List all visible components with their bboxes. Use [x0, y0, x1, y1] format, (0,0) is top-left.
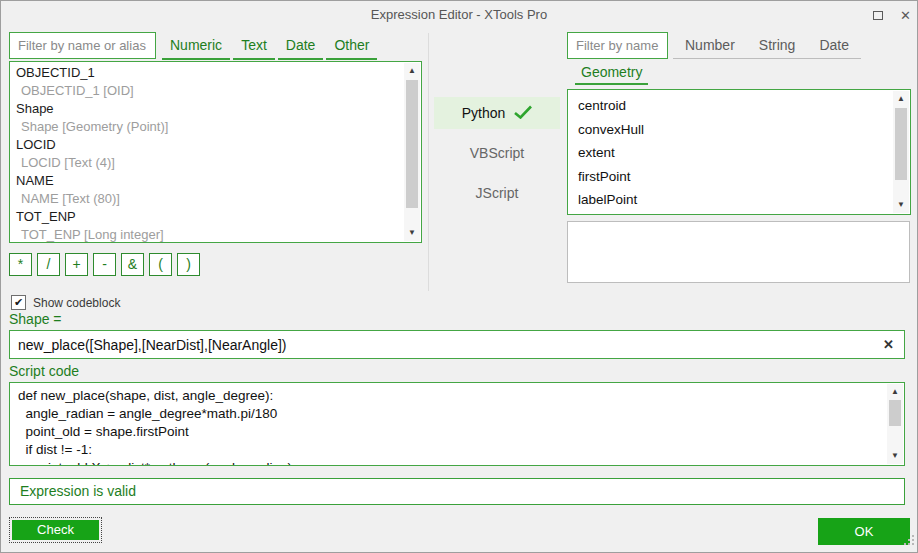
tab-other[interactable]: Other: [326, 37, 377, 60]
window-title: Expression Editor - XTools Pro: [371, 7, 547, 22]
function-item[interactable]: centroid: [578, 94, 890, 118]
function-list-scrollbar[interactable]: ▲ ▼: [893, 91, 909, 213]
function-item[interactable]: convexHull: [578, 118, 890, 142]
operator-multiply-button[interactable]: *: [9, 253, 32, 276]
field-type-tabs: Numeric Text Date Other: [162, 37, 380, 60]
expression-editor-dialog: Expression Editor - XTools Pro ✕ Numeric…: [0, 0, 918, 553]
tab-text[interactable]: Text: [233, 37, 275, 60]
scroll-thumb[interactable]: [889, 400, 901, 426]
field-list-scrollbar[interactable]: ▲ ▼: [404, 63, 420, 241]
field-detail[interactable]: OBJECTID_1 [OID]: [16, 82, 401, 100]
field-item[interactable]: Shape: [16, 100, 401, 118]
function-list: centroid convexHull extent firstPoint la…: [567, 89, 911, 215]
operator-plus-button[interactable]: +: [65, 253, 88, 276]
scroll-up-icon[interactable]: ▲: [887, 385, 903, 399]
code-line: def new_place(shape, dist, angle_degree)…: [18, 387, 884, 405]
field-item[interactable]: LOCID: [16, 136, 401, 154]
scroll-down-icon[interactable]: ▼: [404, 226, 420, 240]
field-detail[interactable]: NAME [Text (80)]: [16, 190, 401, 208]
field-filter-input[interactable]: [9, 32, 156, 59]
field-item[interactable]: NAME: [16, 172, 401, 190]
code-line: point_old.X += dist*math.cos(angle_radia…: [18, 459, 884, 466]
expression-input-box: ✕: [9, 330, 905, 359]
check-button-focus-ring: Check: [9, 517, 102, 543]
function-item[interactable]: lastPoint: [578, 212, 890, 216]
operator-close-paren-button[interactable]: ): [177, 253, 200, 276]
operator-divide-button[interactable]: /: [37, 253, 60, 276]
resize-grip-icon[interactable]: [904, 532, 915, 550]
expression-target-label: Shape =: [9, 311, 62, 327]
close-icon[interactable]: ✕: [900, 9, 911, 22]
scroll-thumb[interactable]: [895, 108, 907, 180]
scroll-down-icon[interactable]: ▼: [893, 198, 909, 212]
function-filter-input[interactable]: [567, 32, 668, 59]
tab-date[interactable]: Date: [278, 37, 324, 60]
expression-input[interactable]: [10, 337, 873, 353]
checkbox-check-icon: ✔: [14, 296, 23, 308]
field-item[interactable]: OBJECTID_1: [16, 64, 401, 82]
function-description-box: [567, 221, 910, 283]
field-item[interactable]: TOT_ENP: [16, 208, 401, 226]
tab-date-right[interactable]: Date: [807, 37, 861, 53]
maximize-icon[interactable]: [873, 11, 883, 20]
language-label: VBScript: [470, 145, 524, 161]
function-item[interactable]: extent: [578, 141, 890, 165]
window-controls: ✕: [873, 1, 911, 29]
scroll-up-icon[interactable]: ▲: [404, 64, 420, 78]
scroll-down-icon[interactable]: ▼: [887, 449, 903, 463]
language-item-jscript[interactable]: JScript: [434, 180, 560, 206]
field-detail[interactable]: LOCID [Text (4)]: [16, 154, 401, 172]
ok-button[interactable]: OK: [818, 518, 910, 545]
code-scrollbar[interactable]: ▲ ▼: [887, 384, 903, 464]
field-detail[interactable]: TOT_ENP [Long integer]: [16, 226, 401, 243]
script-code-label: Script code: [9, 363, 79, 379]
show-codeblock-checkbox[interactable]: ✔: [11, 295, 26, 310]
operator-ampersand-button[interactable]: &: [121, 253, 144, 276]
check-icon: [514, 105, 532, 122]
scroll-thumb[interactable]: [406, 80, 418, 208]
tab-number[interactable]: Number: [673, 37, 747, 53]
operator-minus-button[interactable]: -: [93, 253, 116, 276]
clear-expression-icon[interactable]: ✕: [873, 337, 904, 352]
title-bar[interactable]: Expression Editor - XTools Pro: [1, 1, 917, 29]
script-code-editor[interactable]: def new_place(shape, dist, angle_degree)…: [9, 382, 905, 466]
function-item[interactable]: labelPoint: [578, 188, 890, 212]
scroll-up-icon[interactable]: ▲: [893, 92, 909, 106]
show-codeblock-label: Show codeblock: [33, 296, 120, 310]
tab-numeric[interactable]: Numeric: [162, 37, 230, 60]
field-list: OBJECTID_1 OBJECTID_1 [OID] Shape Shape …: [9, 61, 422, 243]
code-line: angle_radian = angle_degree*math.pi/180: [18, 405, 884, 423]
language-label: Python: [462, 105, 506, 121]
validation-status: Expression is valid: [9, 478, 905, 505]
language-item-python[interactable]: Python: [434, 97, 560, 129]
field-detail[interactable]: Shape [Geometry (Point)]: [16, 118, 401, 136]
operator-buttons: * / + - & ( ): [9, 253, 200, 276]
code-line: point_old = shape.firstPoint: [18, 423, 884, 441]
tab-geometry[interactable]: Geometry: [575, 64, 648, 85]
panel-divider: [428, 33, 429, 291]
tab-string[interactable]: String: [747, 37, 808, 53]
check-button[interactable]: Check: [12, 520, 99, 540]
language-label: JScript: [476, 185, 519, 201]
function-category-tabs: Number String Date: [673, 37, 861, 59]
code-line: if dist != -1:: [18, 441, 884, 459]
validation-message: Expression is valid: [20, 483, 136, 499]
language-item-vbscript[interactable]: VBScript: [434, 140, 560, 166]
operator-open-paren-button[interactable]: (: [149, 253, 172, 276]
function-item[interactable]: firstPoint: [578, 165, 890, 189]
